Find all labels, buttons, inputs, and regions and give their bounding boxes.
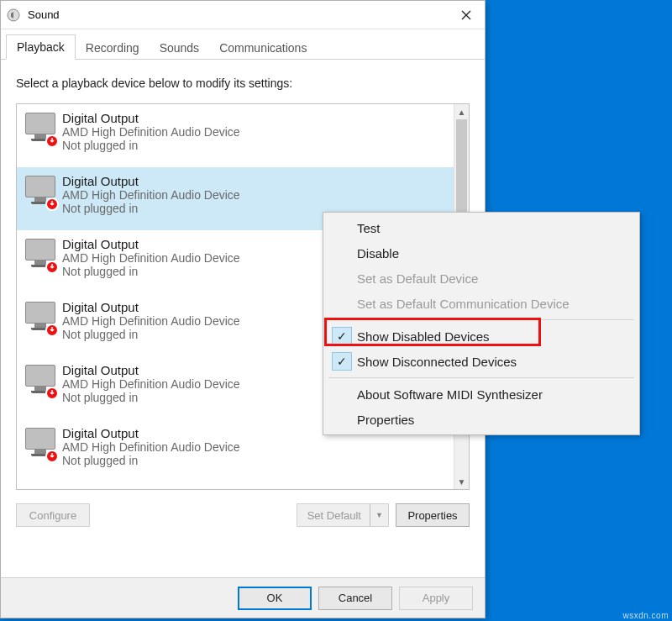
configure-button[interactable]: Configure (16, 503, 90, 527)
tab-sounds[interactable]: Sounds (150, 36, 209, 60)
ok-button[interactable]: OK (238, 587, 312, 610)
set-default-button[interactable]: Set Default ▼ (297, 503, 389, 527)
titlebar: Sound (1, 1, 485, 29)
menu-item-label: Properties (357, 413, 414, 427)
device-row[interactable]: Digital OutputAMD High Definition Audio … (17, 104, 454, 167)
button-label: Apply (423, 592, 450, 604)
monitor-icon (24, 111, 57, 146)
unplugged-badge-icon (45, 387, 59, 400)
tab-label: Recording (86, 41, 139, 55)
device-info: Digital OutputAMD High Definition Audio … (62, 174, 447, 215)
check-icon: ✓ (332, 352, 352, 371)
window-title: Sound (28, 8, 453, 21)
menu-item-label: About Software MIDI Synthesizer (357, 387, 543, 402)
button-label: Configure (29, 509, 76, 522)
device-description: AMD High Definition Audio Device (62, 125, 447, 139)
monitor-icon (24, 426, 57, 461)
button-label: OK (267, 592, 283, 604)
menu-separator (328, 319, 634, 320)
menu-item-label: Set as Default Device (357, 271, 478, 286)
device-description: AMD High Definition Audio Device (62, 440, 447, 454)
menu-item-label: Show Disconnected Devices (357, 355, 517, 369)
apply-button[interactable]: Apply (399, 587, 473, 610)
tab-recording[interactable]: Recording (76, 36, 150, 60)
device-name: Digital Output (62, 111, 447, 125)
monitor-icon (24, 300, 57, 335)
check-icon (332, 244, 352, 262)
device-status: Not plugged in (62, 139, 447, 152)
properties-button[interactable]: Properties (396, 503, 470, 527)
watermark-text: wsxdn.com (622, 611, 669, 620)
tab-label: Communications (219, 41, 307, 55)
device-info: Digital OutputAMD High Definition Audio … (62, 111, 447, 152)
scroll-down-arrow-icon[interactable]: ▼ (454, 474, 469, 489)
menu-item-disable[interactable]: Disable (323, 240, 639, 266)
device-status: Not plugged in (62, 454, 447, 467)
monitor-icon (24, 363, 57, 398)
button-label: Set Default (307, 509, 361, 522)
desktop-background: Sound Playback Recording Sounds Communic… (0, 0, 672, 621)
menu-item-label: Disable (357, 246, 399, 261)
sound-icon (6, 8, 21, 23)
unplugged-badge-icon (45, 197, 59, 211)
device-description: AMD High Definition Audio Device (62, 188, 447, 202)
button-label: Properties (407, 509, 457, 522)
tab-strip: Playback Recording Sounds Communications (1, 29, 485, 60)
close-button[interactable] (453, 3, 480, 27)
check-icon (332, 218, 352, 237)
unplugged-badge-icon (45, 450, 59, 463)
check-icon (332, 410, 352, 429)
chevron-down-icon[interactable]: ▼ (370, 504, 388, 526)
menu-item-test[interactable]: Test (323, 215, 639, 240)
check-icon (332, 269, 352, 287)
check-icon (332, 385, 352, 403)
instruction-text: Select a playback device below to modify… (16, 76, 470, 90)
tab-label: Playback (17, 40, 65, 54)
menu-item-label: Set as Default Communication Device (357, 297, 570, 311)
unplugged-badge-icon (45, 134, 59, 148)
button-label: Cancel (339, 592, 372, 604)
tab-playback[interactable]: Playback (6, 34, 76, 60)
menu-item-show-disabled-devices[interactable]: ✓Show Disabled Devices (323, 324, 639, 349)
cancel-button[interactable]: Cancel (318, 587, 392, 610)
menu-item-label: Test (357, 221, 381, 235)
check-icon: ✓ (332, 327, 352, 345)
menu-separator (328, 377, 634, 378)
unplugged-badge-icon (45, 261, 59, 274)
check-icon (332, 294, 352, 313)
menu-item-label: Show Disabled Devices (357, 329, 490, 344)
tab-label: Sounds (160, 41, 199, 55)
menu-item-about-software-midi-synthesizer[interactable]: About Software MIDI Synthesizer (323, 382, 639, 407)
tab-communications[interactable]: Communications (209, 36, 317, 60)
unplugged-badge-icon (45, 324, 59, 337)
scroll-up-arrow-icon[interactable]: ▲ (454, 104, 469, 119)
menu-item-set-as-default-communication-device: Set as Default Communication Device (323, 291, 639, 316)
menu-item-set-as-default-device: Set as Default Device (323, 266, 639, 291)
menu-item-show-disconnected-devices[interactable]: ✓Show Disconnected Devices (323, 349, 639, 374)
dialog-button-row: OK Cancel Apply (1, 577, 485, 618)
device-name: Digital Output (62, 174, 447, 188)
context-menu: TestDisableSet as Default DeviceSet as D… (323, 212, 640, 435)
device-action-row: Configure Set Default ▼ Properties (16, 503, 470, 527)
menu-item-properties[interactable]: Properties (323, 407, 639, 432)
monitor-icon (24, 237, 57, 272)
monitor-icon (24, 174, 57, 209)
